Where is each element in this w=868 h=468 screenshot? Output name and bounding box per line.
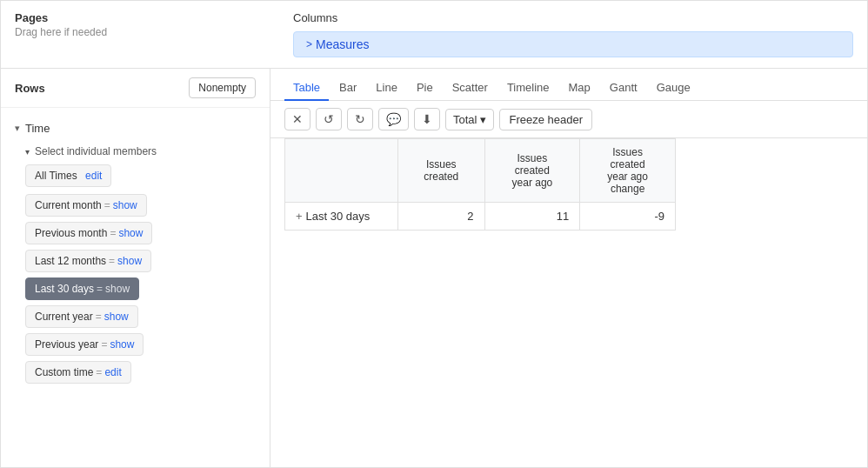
filter-label: Previous month	[35, 227, 107, 239]
table-header-empty	[285, 139, 398, 203]
comment-button[interactable]: 💬	[378, 108, 409, 130]
table-header-issues-year-ago: Issuescreatedyear ago	[484, 139, 580, 203]
pages-area: Pages Drag here if needed	[15, 11, 276, 38]
expand-icon[interactable]: +	[296, 210, 303, 223]
undo-button[interactable]: ↺	[316, 108, 342, 130]
dynamic-filter-items: Current month = showPrevious month = sho…	[25, 194, 256, 391]
time-header[interactable]: ▾ Time	[15, 115, 256, 142]
chart-tab-map[interactable]: Map	[560, 76, 599, 101]
rows-header: Rows Nonempty	[1, 69, 270, 108]
rows-title: Rows	[15, 82, 45, 95]
row-label[interactable]: +Last 30 days	[285, 203, 398, 231]
filter-item-5[interactable]: Previous year = show	[25, 333, 144, 356]
filter-equals: =	[101, 338, 107, 351]
total-label: Total	[453, 113, 477, 126]
filter-equals: =	[110, 227, 116, 239]
all-times-action[interactable]: edit	[85, 170, 102, 182]
chart-tab-pie[interactable]: Pie	[408, 76, 442, 101]
chart-tab-table[interactable]: Table	[284, 76, 329, 101]
filter-label: Last 30 days	[35, 283, 94, 295]
table-cell-1: 11	[484, 203, 580, 231]
pages-subtitle: Drag here if needed	[15, 26, 276, 38]
members-header[interactable]: ▾ Select individual members	[25, 142, 256, 164]
table-cell-0: 2	[398, 203, 485, 231]
toolbar: ✕ ↺ ↻ 💬 ⬇ Total ▾ Freeze header	[270, 101, 867, 138]
crosshair-button[interactable]: ✕	[284, 108, 310, 130]
all-times-filter[interactable]: All Times edit	[25, 164, 111, 187]
filter-equals: =	[109, 255, 115, 267]
sidebar: Rows Nonempty ▾ Time ▾ Select individual…	[1, 69, 270, 467]
columns-area: Columns > Measures	[293, 11, 853, 57]
table-cell-2: -9	[580, 203, 676, 231]
main-content: Rows Nonempty ▾ Time ▾ Select individual…	[1, 69, 867, 467]
filter-equals: =	[104, 199, 110, 211]
filter-action[interactable]: edit	[104, 366, 121, 378]
chart-tabs: TableBarLinePieScatterTimelineMapGanttGa…	[270, 69, 867, 101]
filter-item-1[interactable]: Previous month = show	[25, 222, 152, 244]
filter-action[interactable]: show	[104, 311, 129, 323]
filter-items: All Times edit	[25, 164, 256, 194]
filter-action[interactable]: show	[118, 227, 143, 239]
filter-action[interactable]: show	[113, 199, 137, 211]
top-section: Pages Drag here if needed Columns > Meas…	[1, 1, 867, 69]
data-table: Issuescreated Issuescreatedyear ago Issu…	[284, 138, 676, 231]
total-dropdown[interactable]: Total ▾	[445, 109, 494, 130]
data-table-container: Issuescreated Issuescreatedyear ago Issu…	[270, 138, 867, 467]
members-section: ▾ Select individual members All Times ed…	[15, 142, 256, 391]
measures-label: Measures	[316, 37, 369, 51]
filter-item-6[interactable]: Custom time = edit	[25, 361, 131, 384]
columns-label: Columns	[293, 11, 853, 24]
table-header-issues-year-ago-change: Issuescreatedyear agochange	[580, 139, 676, 203]
measures-tag[interactable]: > Measures	[293, 31, 853, 57]
freeze-header-button[interactable]: Freeze header	[499, 109, 592, 130]
filter-item-3[interactable]: Last 30 days = show	[25, 277, 139, 300]
pages-title: Pages	[15, 11, 276, 24]
time-label: Time	[25, 122, 50, 135]
filter-label: Last 12 months	[35, 255, 106, 267]
time-section: ▾ Time ▾ Select individual members All T…	[1, 108, 270, 398]
table-header-row: Issuescreated Issuescreatedyear ago Issu…	[285, 139, 676, 203]
filter-label: Current year	[35, 311, 93, 323]
chart-tab-timeline[interactable]: Timeline	[498, 76, 558, 101]
measures-chevron: >	[306, 38, 312, 50]
total-chevron-icon: ▾	[480, 113, 486, 126]
redo-button[interactable]: ↻	[347, 108, 373, 130]
nonempty-button[interactable]: Nonempty	[189, 77, 256, 98]
filter-label: Custom time	[35, 366, 93, 378]
filter-item-0[interactable]: Current month = show	[25, 194, 147, 217]
time-arrow-icon: ▾	[15, 123, 20, 134]
filter-label: Previous year	[35, 338, 98, 351]
filter-action[interactable]: show	[117, 255, 142, 267]
chart-tab-line[interactable]: Line	[367, 76, 406, 101]
filter-item-4[interactable]: Current year = show	[25, 305, 138, 328]
app-container: Pages Drag here if needed Columns > Meas…	[0, 0, 868, 468]
download-button[interactable]: ⬇	[414, 108, 440, 130]
filter-equals: =	[96, 311, 102, 323]
filter-label: Current month	[35, 199, 102, 211]
filter-item-2[interactable]: Last 12 months = show	[25, 250, 151, 272]
chart-tab-scatter[interactable]: Scatter	[444, 76, 497, 101]
filter-action[interactable]: show	[105, 283, 130, 295]
members-label: Select individual members	[35, 145, 157, 157]
table-row: +Last 30 days211-9	[285, 203, 676, 231]
chart-tab-gauge[interactable]: Gauge	[648, 76, 699, 101]
chart-tab-gantt[interactable]: Gantt	[601, 76, 646, 101]
table-header-issues-created: Issuescreated	[398, 139, 485, 203]
chart-tab-bar[interactable]: Bar	[331, 76, 365, 101]
filter-action[interactable]: show	[110, 338, 134, 351]
all-times-label: All Times	[35, 170, 77, 182]
filter-equals: =	[96, 366, 102, 378]
members-arrow-icon: ▾	[25, 147, 30, 157]
content-area: TableBarLinePieScatterTimelineMapGanttGa…	[270, 69, 867, 467]
all-times-equals	[80, 170, 83, 182]
filter-equals: =	[97, 283, 103, 295]
